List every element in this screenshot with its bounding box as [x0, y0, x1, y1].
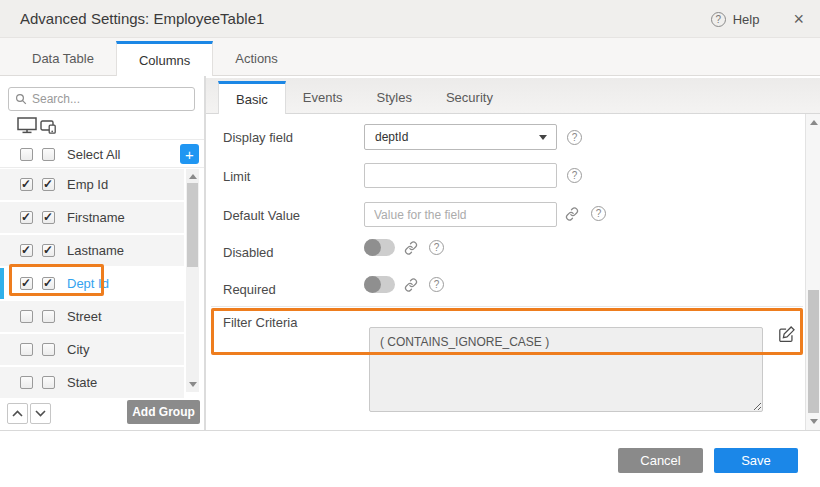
mobile-checkbox[interactable] — [42, 277, 55, 290]
tab-actions[interactable]: Actions — [213, 42, 300, 75]
default-value-label: Default Value — [223, 208, 300, 223]
main-tab-bar: Data Table Columns Actions — [0, 38, 820, 76]
dropdown-caret-icon — [539, 135, 547, 140]
default-value-help-icon[interactable]: ? — [591, 206, 606, 221]
column-label: Emp Id — [67, 177, 108, 192]
add-group-button[interactable]: Add Group — [127, 400, 200, 424]
close-icon[interactable]: × — [793, 10, 804, 28]
list-item-state[interactable]: State — [0, 367, 184, 398]
web-checkbox[interactable] — [20, 211, 33, 224]
select-all-label: Select All — [67, 147, 120, 162]
mobile-view-icon[interactable] — [40, 120, 57, 134]
list-item-city[interactable]: City — [0, 334, 184, 365]
toggle-knob — [364, 276, 381, 293]
column-label: State — [67, 375, 97, 390]
web-checkbox[interactable] — [20, 376, 33, 389]
scroll-up-icon[interactable] — [189, 174, 197, 179]
search-input[interactable] — [32, 92, 182, 106]
limit-help-icon[interactable]: ? — [567, 168, 582, 183]
search-box[interactable] — [8, 87, 195, 111]
select-all-web-checkbox[interactable] — [20, 148, 33, 161]
display-field-value: deptId — [375, 130, 408, 144]
limit-input[interactable] — [364, 163, 557, 188]
panel-scrollbar-thumb[interactable] — [808, 290, 819, 413]
tab-columns[interactable]: Columns — [116, 41, 213, 76]
move-down-button[interactable] — [30, 403, 51, 424]
chevron-down-icon — [35, 410, 46, 417]
column-label: Dept Id — [67, 276, 109, 291]
display-field-select[interactable]: deptId — [364, 124, 557, 150]
help-icon[interactable]: ? — [711, 12, 726, 27]
web-checkbox[interactable] — [20, 244, 33, 257]
default-value-input[interactable] — [364, 202, 557, 227]
bind-link-icon[interactable] — [404, 241, 418, 255]
bind-link-icon[interactable] — [404, 278, 418, 292]
bind-link-icon[interactable] — [565, 207, 579, 221]
tab-data-table[interactable]: Data Table — [10, 42, 116, 75]
select-all-mobile-checkbox[interactable] — [42, 148, 55, 161]
settings-tab-bar: Basic Events Styles Security — [206, 78, 820, 114]
mobile-checkbox[interactable] — [42, 211, 55, 224]
save-button[interactable]: Save — [714, 448, 798, 473]
disabled-label: Disabled — [223, 245, 274, 260]
advanced-settings-dialog: Advanced Settings: EmployeeTable1 ? Help… — [0, 0, 820, 487]
tab-security[interactable]: Security — [429, 82, 510, 113]
list-item-emp-id[interactable]: Emp Id — [0, 169, 184, 200]
add-column-button[interactable]: + — [180, 144, 199, 164]
list-scrollbar-thumb[interactable] — [187, 183, 198, 267]
web-checkbox[interactable] — [20, 343, 33, 356]
filter-criteria-label: Filter Criteria — [223, 315, 297, 330]
tab-styles[interactable]: Styles — [360, 82, 429, 113]
column-label: City — [67, 342, 89, 357]
list-item-dept-id[interactable]: Dept Id — [0, 268, 184, 299]
panel-scrollbar[interactable] — [805, 114, 820, 430]
web-checkbox[interactable] — [20, 178, 33, 191]
mobile-checkbox[interactable] — [42, 343, 55, 356]
limit-label: Limit — [223, 169, 250, 184]
dialog-title: Advanced Settings: EmployeeTable1 — [20, 10, 264, 27]
cancel-button[interactable]: Cancel — [618, 448, 703, 473]
title-bar: Advanced Settings: EmployeeTable1 ? Help… — [0, 0, 820, 38]
toggle-knob — [364, 239, 381, 256]
required-label: Required — [223, 282, 276, 297]
help-link[interactable]: Help — [733, 12, 760, 27]
list-item-lastname[interactable]: Lastname — [0, 235, 184, 266]
column-label: Firstname — [67, 210, 125, 225]
move-up-button[interactable] — [7, 403, 28, 424]
tab-basic[interactable]: Basic — [218, 81, 286, 114]
web-view-icon[interactable] — [17, 117, 37, 134]
column-label: Street — [67, 309, 102, 324]
tab-events[interactable]: Events — [286, 82, 360, 113]
mobile-checkbox[interactable] — [42, 178, 55, 191]
list-item-street[interactable]: Street — [0, 301, 184, 332]
section-divider — [211, 306, 803, 307]
disabled-help-icon[interactable]: ? — [429, 240, 444, 255]
edit-pencil-icon — [778, 325, 796, 343]
filter-criteria-textarea[interactable]: ( CONTAINS_IGNORE_CASE ) — [369, 327, 763, 412]
scroll-down-icon[interactable] — [189, 382, 197, 387]
required-help-icon[interactable]: ? — [429, 277, 444, 292]
web-checkbox[interactable] — [20, 310, 33, 323]
device-filter-row — [0, 112, 204, 140]
column-settings-panel: Basic Events Styles Security Display fie… — [206, 76, 820, 430]
list-scrollbar[interactable] — [186, 169, 199, 392]
select-all-row[interactable]: Select All + — [0, 141, 204, 168]
mobile-checkbox[interactable] — [42, 310, 55, 323]
search-icon — [15, 93, 27, 105]
scroll-down-icon[interactable] — [810, 419, 818, 424]
display-field-label: Display field — [223, 130, 293, 145]
columns-sidebar: Select All + Emp Id Firstname Lastname — [0, 76, 206, 430]
display-field-help-icon[interactable]: ? — [567, 130, 582, 145]
list-item-firstname[interactable]: Firstname — [0, 202, 184, 233]
scroll-up-icon[interactable] — [810, 120, 818, 125]
required-toggle[interactable] — [364, 276, 395, 293]
column-list: Emp Id Firstname Lastname Dept Id Street — [0, 169, 184, 400]
mobile-checkbox[interactable] — [42, 376, 55, 389]
web-checkbox[interactable] — [20, 277, 33, 290]
footer-bar: Cancel Save — [0, 430, 820, 487]
column-label: Lastname — [67, 243, 124, 258]
chevron-up-icon — [12, 410, 23, 417]
edit-filter-button[interactable] — [776, 323, 798, 345]
disabled-toggle[interactable] — [364, 239, 395, 256]
mobile-checkbox[interactable] — [42, 244, 55, 257]
